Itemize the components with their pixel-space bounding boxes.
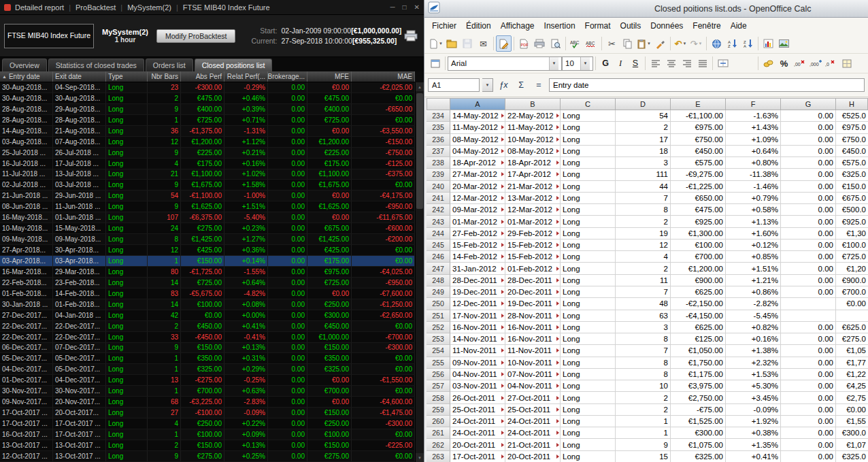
- cell-C236[interactable]: Long: [561, 134, 616, 146]
- row-header-257[interactable]: 257: [427, 380, 450, 392]
- row-header-255[interactable]: 255: [427, 357, 450, 369]
- menu-affichage[interactable]: Affichage: [496, 19, 539, 33]
- cell-H242[interactable]: €500.0: [836, 204, 868, 216]
- email-icon[interactable]: ✉: [475, 35, 491, 52]
- cell-F244[interactable]: +1.60%: [726, 228, 781, 240]
- cell-D263[interactable]: 15: [616, 451, 671, 462]
- cell-A234[interactable]: 14-May-2012: [450, 110, 505, 122]
- cell-D239[interactable]: 111: [616, 169, 671, 180]
- cell-E258[interactable]: €2,750.00: [671, 392, 726, 403]
- table-row[interactable]: 03-Apr-2018...03-Apr-2018...Long1€150.00…: [0, 256, 415, 267]
- table-row[interactable]: 16-Oct-2017 ...17-Oct-2017 ...Long1€100.…: [0, 429, 415, 440]
- borders-icon[interactable]: [839, 55, 854, 71]
- menu-dition[interactable]: Édition: [461, 19, 496, 33]
- cell-E254[interactable]: €1,050.00: [671, 345, 726, 357]
- cell-C239[interactable]: Long: [561, 169, 616, 180]
- cell-B257[interactable]: 04-Nov-2011: [505, 380, 561, 392]
- cell-B244[interactable]: 29-Feb-2012: [505, 228, 561, 240]
- open-folder-icon[interactable]: [444, 35, 460, 52]
- titlebar-item-probacktest[interactable]: ProBacktest: [76, 3, 116, 12]
- cell-G252[interactable]: 0.00: [781, 322, 836, 333]
- cell-A254[interactable]: 11-Nov-2011: [450, 345, 505, 357]
- cell-B246[interactable]: 15-Feb-2012: [505, 251, 561, 263]
- cell-B258[interactable]: 27-Oct-2011: [505, 392, 561, 403]
- cell-C238[interactable]: Long: [561, 157, 616, 169]
- cell-A259[interactable]: 25-Oct-2011: [450, 404, 505, 416]
- cell-C248[interactable]: Long: [561, 275, 616, 286]
- hyperlink-icon[interactable]: [709, 35, 724, 52]
- page-preview-icon[interactable]: [548, 35, 563, 52]
- cell-H256[interactable]: €1,22: [836, 369, 868, 380]
- cell-H252[interactable]: €625.0: [836, 322, 868, 333]
- cell-G259[interactable]: 0.00: [781, 404, 836, 416]
- column-header-c[interactable]: C: [561, 98, 616, 110]
- table-row[interactable]: 22-Dec-2017...22-Dec-2017...Long2€450.00…: [0, 321, 415, 332]
- titlebar-item-detailed-report[interactable]: Detailed report: [15, 3, 64, 12]
- cell-A263[interactable]: 17-Oct-2011: [450, 451, 505, 462]
- cell-H263[interactable]: €325.0: [836, 451, 868, 462]
- cell-D250[interactable]: 48: [616, 298, 671, 310]
- cell-G238[interactable]: 0.00: [781, 157, 836, 169]
- menu-donn-es[interactable]: Données: [646, 19, 688, 33]
- column-header-relat-perf[interactable]: Relat Perf(...: [224, 71, 268, 82]
- table-row[interactable]: 16-Jul-2018 ...17-Jul-2018 ...Long4€175.…: [0, 159, 415, 169]
- cell-G247[interactable]: 0.00: [781, 263, 836, 274]
- row-header-258[interactable]: 258: [427, 392, 450, 403]
- cut-icon[interactable]: ✂: [604, 35, 620, 52]
- format-paintbrush-icon[interactable]: [652, 35, 668, 52]
- cell-C235[interactable]: Long: [561, 122, 616, 133]
- function-wizard-icon[interactable]: ƒx: [496, 80, 511, 90]
- cell-A261[interactable]: 24-Oct-2011: [450, 427, 505, 439]
- cell-A260[interactable]: 24-Oct-2011: [450, 416, 505, 427]
- cell-H237[interactable]: €450.0: [836, 146, 868, 157]
- cell-C253[interactable]: Long: [561, 333, 616, 345]
- column-header-mae[interactable]: MAE: [352, 71, 415, 82]
- row-header-251[interactable]: 251: [427, 310, 450, 322]
- cell-H258[interactable]: €2,75: [836, 392, 868, 403]
- cell-H250[interactable]: €0.00: [836, 298, 868, 310]
- row-header-236[interactable]: 236: [427, 134, 450, 146]
- cell-C242[interactable]: Long: [561, 204, 616, 216]
- table-row[interactable]: 17-Oct-2017 ...17-Oct-2017 ...Long4€250.…: [0, 418, 415, 429]
- cell-D238[interactable]: 3: [616, 157, 671, 169]
- cell-F240[interactable]: -1.46%: [726, 181, 781, 193]
- cell-G262[interactable]: 0.00: [781, 439, 836, 450]
- cell-F263[interactable]: +0.41%: [726, 451, 781, 462]
- cell-G236[interactable]: 0.00: [781, 134, 836, 146]
- column-header-h[interactable]: H: [836, 98, 868, 110]
- menu-format[interactable]: Format: [580, 19, 616, 33]
- cell-A249[interactable]: 19-Dec-2011: [450, 286, 505, 298]
- cell-H244[interactable]: €1,30: [836, 228, 868, 240]
- cell-H243[interactable]: €925.0: [836, 216, 868, 227]
- cell-A253[interactable]: 14-Nov-2011: [450, 333, 505, 345]
- cell-F259[interactable]: -0.09%: [726, 404, 781, 416]
- cell-C240[interactable]: Long: [561, 181, 616, 193]
- cell-C261[interactable]: Long: [561, 427, 616, 439]
- row-header-256[interactable]: 256: [427, 369, 450, 380]
- cell-D253[interactable]: 8: [616, 333, 671, 345]
- row-header-250[interactable]: 250: [427, 298, 450, 310]
- cell-B240[interactable]: 21-Mar-2012: [505, 181, 561, 193]
- cell-G251[interactable]: [781, 310, 836, 322]
- cell-G260[interactable]: 0.00: [781, 416, 836, 427]
- cell-E262[interactable]: €1,075.00: [671, 439, 726, 450]
- cell-B247[interactable]: 01-Feb-2012: [505, 263, 561, 274]
- cell-A256[interactable]: 04-Nov-2011: [450, 369, 505, 380]
- row-header-244[interactable]: 244: [427, 228, 450, 240]
- cell-B242[interactable]: 12-Mar-2012: [505, 204, 561, 216]
- cell-H260[interactable]: €1,55: [836, 416, 868, 427]
- cell-A235[interactable]: 11-May-2012: [450, 122, 505, 133]
- cell-G234[interactable]: 0.00: [781, 110, 836, 122]
- cell-D246[interactable]: 4: [616, 251, 671, 263]
- cell-A262[interactable]: 20-Oct-2011: [450, 439, 505, 450]
- cell-H235[interactable]: €975.0: [836, 122, 868, 133]
- export-pdf-icon[interactable]: PDF: [516, 35, 532, 52]
- cell-H253[interactable]: €275.0: [836, 333, 868, 345]
- cell-B255[interactable]: 10-Nov-2011: [505, 357, 561, 369]
- table-row[interactable]: 30-Aug-2018...04-Sep-2018...Long23-€300.…: [0, 82, 415, 93]
- cell-H245[interactable]: €100.0: [836, 240, 868, 251]
- column-header-g[interactable]: G: [781, 98, 836, 110]
- cell-D236[interactable]: 17: [616, 134, 671, 146]
- align-right-icon[interactable]: [679, 55, 695, 71]
- cell-D254[interactable]: 7: [616, 345, 671, 357]
